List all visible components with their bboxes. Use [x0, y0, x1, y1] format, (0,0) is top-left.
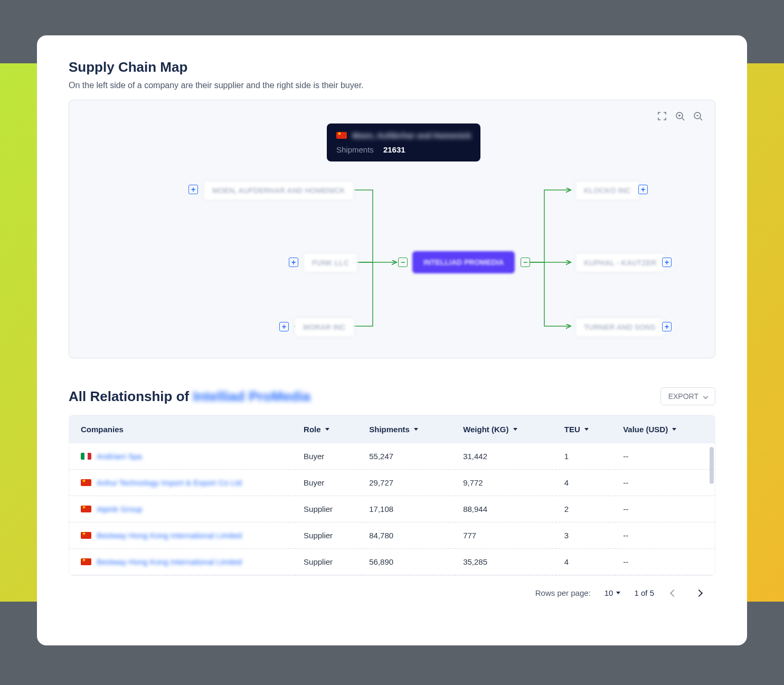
col-shipments-sort[interactable]: Shipments	[369, 425, 446, 434]
expand-supplier-0[interactable]: +	[188, 185, 198, 194]
cell-teu: 4	[556, 470, 615, 496]
flag-icon	[81, 558, 91, 565]
flag-icon	[81, 479, 91, 486]
export-button[interactable]: EXPORT	[660, 387, 715, 405]
cell-value: --	[615, 496, 715, 522]
supplier-node[interactable]: MOEN, AUFDERHAR AND HOMENICK	[203, 180, 354, 201]
relationship-company: Intelliad ProMedia	[193, 388, 310, 404]
cell-teu: 1	[556, 443, 615, 470]
buyer-node[interactable]: KUPHAL - KAUTZER	[575, 253, 665, 273]
cell-value: --	[615, 443, 715, 470]
table-row: Andriani Spa Buyer 55,247 31,442 1 --	[69, 443, 715, 470]
expand-buyer-2[interactable]: +	[662, 322, 672, 331]
cell-weight: 31,442	[455, 443, 556, 470]
caret-down-icon	[414, 428, 418, 431]
main-card: Supply Chain Map On the left side of a c…	[37, 35, 747, 645]
cell-shipments: 56,890	[361, 549, 455, 575]
prev-page-button[interactable]	[668, 585, 679, 601]
cell-weight: 35,285	[455, 549, 556, 575]
cell-shipments: 17,108	[361, 496, 455, 522]
next-page-button[interactable]	[693, 585, 705, 601]
company-link[interactable]: Bestway Hong Kong International Limited	[97, 531, 242, 540]
supply-chain-map[interactable]: + MOEN, AUFDERHAR AND HOMENICK + FUNK LL…	[69, 100, 715, 358]
cell-role: Supplier	[295, 496, 361, 522]
table-row: Aipink Group Supplier 17,108 88,944 2 --	[69, 496, 715, 522]
cell-teu: 3	[556, 522, 615, 549]
flag-icon	[81, 532, 91, 539]
expand-supplier-1[interactable]: +	[289, 258, 298, 267]
page-subtitle: On the left side of a company are their …	[69, 81, 715, 90]
export-label: EXPORT	[668, 392, 698, 401]
company-link[interactable]: Anhui Technology Import & Export Co Ltd	[97, 478, 242, 487]
chevron-right-icon	[695, 589, 703, 597]
cell-role: Supplier	[295, 549, 361, 575]
pagination: Rows per page: 10 1 of 5	[69, 576, 715, 604]
collapse-left[interactable]: −	[398, 258, 408, 267]
supplier-node[interactable]: FUNK LLC	[303, 253, 358, 273]
tooltip-shipments-value: 21631	[383, 145, 405, 154]
col-companies: Companies	[81, 425, 124, 434]
caret-down-icon	[672, 428, 676, 431]
tooltip-company-name: Moen, Aufderhar and Homenick	[352, 131, 471, 140]
zoom-in-icon[interactable]	[675, 111, 685, 121]
relationship-table: Companies Role Shipments Weight (KG) TEU…	[69, 415, 715, 576]
cell-shipments: 29,727	[361, 470, 455, 496]
cell-role: Buyer	[295, 470, 361, 496]
col-teu-sort[interactable]: TEU	[564, 425, 606, 434]
caret-down-icon	[325, 428, 329, 431]
supplier-node[interactable]: MORAR INC	[294, 317, 355, 337]
scrollbar-thumb[interactable]	[710, 447, 714, 484]
page-title: Supply Chain Map	[69, 59, 715, 75]
expand-buyer-1[interactable]: +	[662, 258, 672, 267]
cell-weight: 88,944	[455, 496, 556, 522]
cell-role: Supplier	[295, 522, 361, 549]
table-row: Bestway Hong Kong International Limited …	[69, 522, 715, 549]
col-value-sort[interactable]: Value (USD)	[623, 425, 706, 434]
collapse-right[interactable]: −	[521, 258, 530, 267]
cell-teu: 4	[556, 549, 615, 575]
table-row: Bestway Hong Kong International Limited …	[69, 549, 715, 575]
cell-teu: 2	[556, 496, 615, 522]
col-weight-sort[interactable]: Weight (KG)	[463, 425, 547, 434]
cell-role: Buyer	[295, 443, 361, 470]
flag-icon	[81, 506, 91, 512]
chevron-left-icon	[670, 589, 677, 597]
company-link[interactable]: Aipink Group	[97, 505, 143, 513]
cell-value: --	[615, 522, 715, 549]
company-link[interactable]: Bestway Hong Kong International Limited	[97, 557, 242, 566]
company-link[interactable]: Andriani Spa	[97, 452, 142, 461]
expand-buyer-0[interactable]: +	[638, 185, 648, 194]
caret-down-icon	[616, 592, 620, 594]
cell-shipments: 55,247	[361, 443, 455, 470]
relationship-header: All Relationship of Intelliad ProMedia E…	[69, 387, 715, 405]
zoom-out-icon[interactable]	[693, 111, 703, 121]
rows-per-page-label: Rows per page:	[535, 588, 591, 597]
rows-per-page-select[interactable]: 10	[604, 588, 621, 597]
caret-down-icon	[584, 428, 589, 431]
cell-weight: 9,772	[455, 470, 556, 496]
cell-value: --	[615, 549, 715, 575]
cell-value: --	[615, 470, 715, 496]
buyer-node[interactable]: TURNER AND SONS	[575, 317, 665, 337]
table-row: Anhui Technology Import & Export Co Ltd …	[69, 470, 715, 496]
map-controls	[657, 111, 703, 121]
node-tooltip: Moen, Aufderhar and Homenick Shipments 2…	[327, 123, 480, 161]
center-company-node[interactable]: INTELLIAD PROMEDIA	[412, 251, 515, 273]
cell-weight: 777	[455, 522, 556, 549]
page-indicator: 1 of 5	[634, 588, 654, 597]
col-role-sort[interactable]: Role	[304, 425, 352, 434]
flag-icon	[81, 453, 91, 460]
cell-shipments: 84,780	[361, 522, 455, 549]
expand-supplier-2[interactable]: +	[279, 322, 289, 331]
flag-icon	[336, 132, 347, 139]
buyer-node[interactable]: KLOCKO INC	[575, 180, 640, 201]
caret-down-icon	[513, 428, 517, 431]
relationship-title-prefix: All Relationship of	[69, 388, 193, 404]
fullscreen-icon[interactable]	[657, 111, 667, 121]
tooltip-shipments-label: Shipments	[336, 145, 374, 154]
chevron-down-icon	[703, 394, 709, 399]
relationship-title: All Relationship of Intelliad ProMedia	[69, 388, 310, 405]
